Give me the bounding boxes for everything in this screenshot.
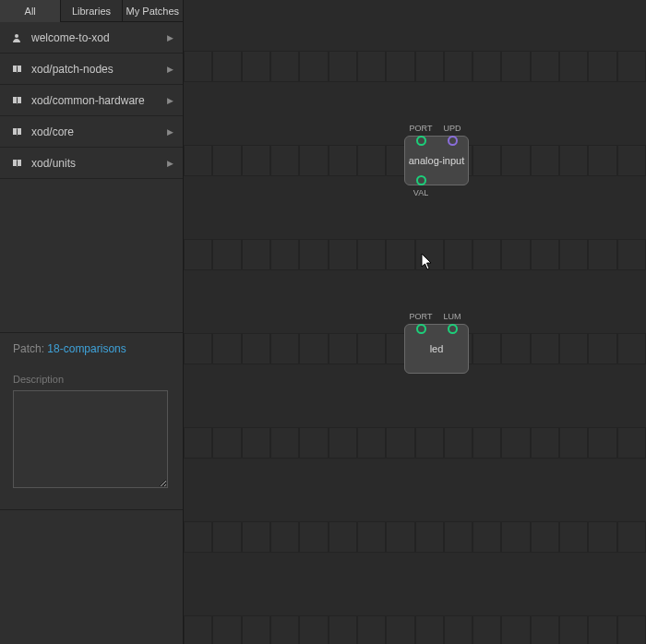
grid-cell: [212, 239, 241, 270]
grid-cell: [270, 521, 299, 553]
grid-cell: [588, 427, 616, 459]
grid-cell: [559, 239, 588, 270]
grid-cell: [531, 239, 559, 270]
node-analog-input[interactable]: PORTUPDanalog-inputVAL: [404, 136, 469, 185]
grid-cell: [386, 51, 414, 82]
sidebar: All Libraries My Patches welcome-to-xod▶…: [0, 0, 184, 644]
book-icon: [9, 126, 24, 137]
port-label: VAL: [405, 188, 437, 197]
grid-cell: [531, 51, 559, 82]
grid-cell: [531, 521, 559, 553]
pin[interactable]: [416, 136, 426, 146]
grid-cell: [299, 51, 328, 82]
grid-cell: [329, 239, 357, 270]
sidebar-item-xod-core[interactable]: xod/core▶: [0, 116, 183, 148]
sidebar-item-xod-units[interactable]: xod/units▶: [0, 148, 183, 179]
grid-cell: [617, 521, 646, 553]
grid-cell: [588, 239, 616, 270]
grid-cell: [473, 145, 501, 176]
grid-cell: [357, 239, 386, 270]
patch-prefix: Patch:: [13, 342, 47, 355]
chevron-right-icon: ▶: [167, 127, 173, 137]
output-ports: [405, 175, 437, 185]
sidebar-item-label: xod/core: [31, 125, 167, 138]
grid-cell: [299, 239, 328, 270]
grid-cell: [242, 615, 270, 644]
output-port-val[interactable]: [405, 175, 437, 185]
grid-cell: [473, 51, 501, 82]
pin[interactable]: [416, 175, 426, 185]
sidebar-item-label: xod/units: [31, 157, 167, 170]
pin[interactable]: [448, 324, 458, 334]
grid-cell: [473, 615, 501, 644]
sidebar-item-label: xod/common-hardware: [31, 94, 167, 107]
grid-cell: [184, 615, 212, 644]
book-icon: [9, 64, 24, 75]
grid-cell: [559, 521, 588, 553]
description-input[interactable]: [13, 390, 168, 488]
patch-info-panel: Patch: 18-comparisons Description: [0, 332, 183, 510]
grid-cell: [270, 51, 299, 82]
grid-cell: [559, 51, 588, 82]
sidebar-item-xod-common-hardware[interactable]: xod/common-hardware▶: [0, 85, 183, 116]
sidebar-item-xod-patch-nodes[interactable]: xod/patch-nodes▶: [0, 54, 183, 85]
grid-cell: [531, 615, 559, 644]
port-label: LUM: [437, 312, 468, 321]
grid-cell: [242, 239, 270, 270]
input-port-upd[interactable]: [437, 136, 468, 146]
grid-cell: [415, 51, 444, 82]
grid-cell: [617, 145, 646, 176]
grid-cell: [242, 51, 270, 82]
grid-cell: [299, 521, 328, 553]
input-port-lum[interactable]: [437, 324, 468, 334]
input-ports: [405, 136, 468, 146]
grid-cell: [357, 145, 386, 176]
input-port-port[interactable]: [405, 136, 437, 146]
grid-cell: [329, 427, 357, 459]
input-labels: PORTLUM: [405, 312, 468, 321]
grid-cell: [212, 521, 241, 553]
grid-cell: [415, 615, 444, 644]
grid-cell: [386, 239, 414, 270]
tab-my-patches[interactable]: My Patches: [123, 0, 183, 22]
grid-cell: [501, 239, 530, 270]
grid-cell: [270, 145, 299, 176]
book-icon: [9, 158, 24, 169]
library-list: welcome-to-xod▶xod/patch-nodes▶xod/commo…: [0, 22, 183, 179]
grid-cell: [588, 615, 616, 644]
grid-cell: [212, 145, 241, 176]
tab-all[interactable]: All: [0, 0, 61, 22]
grid-cell: [617, 51, 646, 82]
sidebar-item-welcome-to-xod[interactable]: welcome-to-xod▶: [0, 22, 183, 54]
port-label: PORT: [405, 312, 437, 321]
grid-cell: [559, 615, 588, 644]
grid-cell: [588, 145, 616, 176]
grid-cell: [357, 521, 386, 553]
grid-cell: [617, 615, 646, 644]
grid-row: [184, 615, 646, 644]
grid-row: [184, 51, 646, 82]
sidebar-tabs: All Libraries My Patches: [0, 0, 183, 22]
port-label: UPD: [437, 124, 468, 133]
grid-cell: [184, 521, 212, 553]
grid-cell: [184, 51, 212, 82]
grid-cell: [270, 239, 299, 270]
grid-cell: [242, 521, 270, 553]
tab-libraries[interactable]: Libraries: [61, 0, 122, 22]
grid-cell: [329, 51, 357, 82]
grid-cell: [531, 333, 559, 364]
grid-cell: [329, 521, 357, 553]
grid-cell: [501, 145, 530, 176]
pin[interactable]: [416, 324, 426, 334]
pin[interactable]: [448, 136, 458, 146]
grid-cell: [270, 615, 299, 644]
canvas[interactable]: PORTUPDanalog-inputVALPORTLUMled: [184, 0, 646, 644]
grid-cell: [501, 615, 530, 644]
grid-row: [184, 427, 646, 459]
input-port-port[interactable]: [405, 324, 437, 334]
grid-cell: [386, 427, 414, 459]
node-led[interactable]: PORTLUMled: [404, 324, 469, 374]
grid-cell: [270, 427, 299, 459]
grid-cell: [444, 51, 473, 82]
grid-cell: [212, 51, 241, 82]
